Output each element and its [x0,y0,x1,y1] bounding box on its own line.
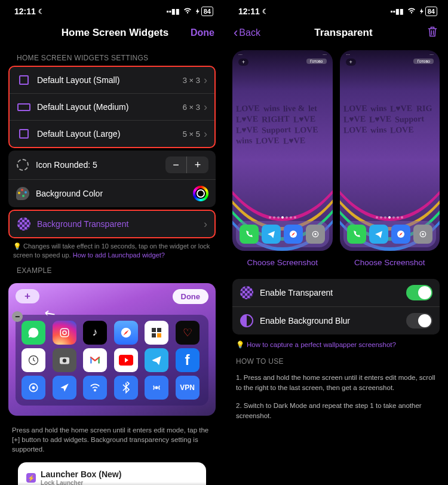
checker-icon [17,217,30,231]
wifi-icon [183,7,192,16]
screen-widgets: 12:11 ☾ ▪▪▮▮ 84 Home Screen Widgets Done… [0,0,224,485]
dnd-moon-icon: ☾ [38,8,44,16]
app-telegram-icon [145,348,168,372]
dock-settings-icon [306,225,325,244]
appearance-list: Icon Rounded: 5 − + Background Color [8,151,216,207]
app-settings-icon [22,376,45,400]
example-add-button: + [16,289,39,303]
remove-icon: − [12,311,23,322]
app-wifi-icon [83,376,107,400]
page-title: Transparent [260,27,426,39]
dock-phone-icon [240,225,259,244]
battery-icon: 84 [195,7,213,16]
app-heart-icon: ♡ [176,321,200,345]
row-bg-color[interactable]: Background Color [8,180,216,207]
trash-button[interactable] [426,25,438,41]
svg-point-15 [422,233,424,235]
screenshot-preview-2[interactable]: ⋯⋯ + Готово LOVEwinsL♥VERIG L♥VEL♥VESupp… [340,50,440,251]
section-header: HOME SCREEN WIDGETS SETTINGS [0,48,224,66]
dnd-moon-icon: ☾ [262,8,268,16]
howto-header: HOW TO USE [224,351,448,369]
svg-point-1 [63,331,66,334]
chevron-right-icon: › [204,74,207,87]
row-bg-transparent[interactable]: Background Transparent › [10,211,214,237]
signal-icon: ▪▪▮▮ [390,7,404,16]
status-time: 12:11 [14,7,36,16]
wifi-icon [407,7,416,16]
example-done-button: Done [173,289,209,304]
checker-icon [240,286,253,299]
screen-transparent: 12:11 ☾ ▪▪▮▮ 84 ‹ Back Transparent [224,0,448,485]
dashed-circle-icon [17,159,29,171]
rounded-stepper[interactable]: − + [165,156,208,173]
colorwheel-icon[interactable] [193,186,208,201]
dock-telegram-icon [262,225,281,244]
rect-medium-icon [17,103,30,111]
nav-header: ‹ Back Transparent [224,20,448,48]
back-button[interactable]: ‹ Back [234,26,260,39]
app-whatsapp-icon [22,321,45,345]
dock [343,221,437,247]
dock [236,221,329,247]
battery-icon: 84 [419,7,437,16]
app-tiktok-icon: ♪ [83,321,107,345]
nav-header: Home Screen Widgets Done [0,20,224,48]
signal-icon: ▪▪▮▮ [166,7,180,16]
toggle-list: Enable Transparent Enable Background Blu… [232,279,440,334]
stepper-plus[interactable]: + [187,156,208,173]
preview-col-1: ⋯⋯ + Готово LOVEwinslive &letL♥VERIGHT L… [232,50,333,275]
palette-icon [16,187,29,200]
row-layout-medium[interactable]: Default Layout (Medium) 6 × 3 › [10,94,214,121]
square-small-icon [19,75,29,85]
example-desc: Press and hold the home screen until it … [0,420,224,459]
hint-link[interactable]: How to add Launchpad widget? [73,251,165,259]
fade-overlay [0,482,224,485]
svg-point-8 [32,386,35,389]
row-icon-rounded: Icon Rounded: 5 − + [8,151,216,180]
chevron-right-icon: › [204,218,207,231]
example-card: + Done ↖ − ♪ ♡ f [8,283,216,416]
preview-col-2: ⋯⋯ + Готово LOVEwinsL♥VERIG L♥VEL♥VESupp… [340,50,440,275]
svg-point-5 [62,358,66,362]
app-bluetooth-icon [114,376,138,400]
halfcircle-icon [240,314,253,327]
row-layout-small[interactable]: Default Layout (Small) 3 × 3 › [10,67,214,94]
dock-phone-icon [347,225,366,244]
row-enable-transparent: Enable Transparent [232,279,440,307]
chevron-left-icon: ‹ [234,26,238,39]
launcher-title: Launcher Box (New) [41,469,121,479]
transparent-list: Background Transparent › [8,210,216,238]
toggle-transparent[interactable] [406,285,432,300]
dock-safari-icon [391,225,410,244]
svg-point-9 [155,386,158,389]
chevron-right-icon: › [204,128,207,140]
app-location-icon [53,376,76,400]
dock-settings-icon [413,225,432,244]
capture-hint[interactable]: 💡 How to capture a perfect wallpapper sc… [224,334,448,351]
rocket-icon: ⚡ [26,473,36,483]
svg-point-12 [314,233,316,235]
row-enable-blur: Enable Background Blur [232,307,440,334]
screenshot-preview-1[interactable]: ⋯⋯ + Готово LOVEwinslive &letL♥VERIGHT L… [232,50,333,251]
choose-screenshot-1[interactable]: Choose Screenshot [232,251,333,275]
howto-step-2: 2. Switch to Dark Mode and repeat the st… [224,397,448,425]
app-camera-icon [53,348,76,372]
dock-safari-icon [284,225,303,244]
bulb-icon: 💡 [236,340,244,349]
app-calc-icon [145,321,168,345]
status-bar: 12:11 ☾ ▪▪▮▮ 84 [0,0,224,20]
row-layout-large[interactable]: Default Layout (Large) 5 × 5 › [10,121,214,147]
choose-screenshot-2[interactable]: Choose Screenshot [340,251,440,275]
chevron-right-icon: › [204,101,207,113]
app-youtube-icon [114,348,138,372]
app-hotspot-icon [145,376,168,400]
square-large-icon [19,129,29,139]
example-header: EXAMPLE [0,260,224,278]
app-safari-icon [114,321,138,345]
toggle-blur[interactable] [406,313,432,329]
done-button[interactable]: Done [191,27,214,38]
status-bar: 12:11 ☾ ▪▪▮▮ 84 [224,0,448,20]
svg-rect-0 [60,329,69,337]
stepper-minus[interactable]: − [165,156,187,173]
howto-step-1: 1. Press and hold the home screen until … [224,369,448,397]
